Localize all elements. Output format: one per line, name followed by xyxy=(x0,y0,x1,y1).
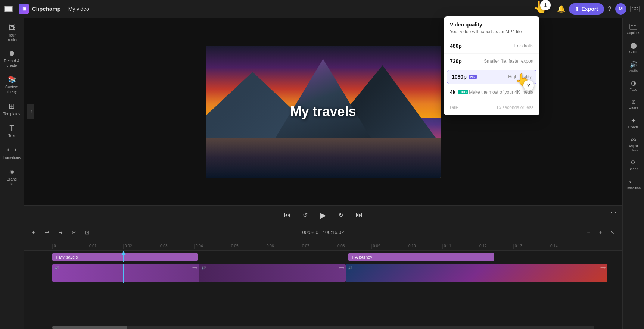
rs-item-effects[interactable]: ✦ Effects xyxy=(623,114,644,132)
quality-option-gif[interactable]: GIF 15 seconds or less xyxy=(444,100,539,115)
sidebar-item-templates[interactable]: ⊞ Templates xyxy=(1,98,22,119)
timeline-tool-cut[interactable]: ✂ xyxy=(69,227,79,238)
rs-item-captions[interactable]: CC Captions xyxy=(623,21,644,38)
zoom-fit-button[interactable]: ⤡ xyxy=(607,227,618,238)
video-title-input[interactable] xyxy=(65,4,137,13)
fast-forward-button[interactable]: ↻ xyxy=(335,209,347,221)
rs-item-audio[interactable]: 🔊 Audio xyxy=(623,58,644,76)
magic-icon[interactable]: 🔔 xyxy=(557,5,565,13)
fade-icon: ◑ xyxy=(631,79,636,87)
main-layout: 🖼 Your media ⏺ Record &create 📚 Contentl… xyxy=(0,18,644,329)
your-media-icon: 🖼 xyxy=(9,24,15,32)
video-canvas: My travels xyxy=(206,46,441,178)
timeline-tool-undo[interactable]: ↩ xyxy=(42,227,52,238)
sidebar-item-record-create[interactable]: ⏺ Record &create xyxy=(1,47,22,71)
captions-icon: CC xyxy=(629,24,638,30)
quality-desc-gif: 15 seconds or less xyxy=(496,105,533,110)
zoom-in-button[interactable]: + xyxy=(595,227,606,238)
rs-item-speed[interactable]: ⟳ Speed xyxy=(623,156,644,174)
play-button[interactable]: ▶ xyxy=(317,209,329,221)
cursor-hand-1: 👆 xyxy=(533,0,548,14)
total-time: 00:16.02 xyxy=(325,229,344,235)
rewind-button[interactable]: ↺ xyxy=(299,209,311,221)
timeline-tool-copy[interactable]: ⊡ xyxy=(82,227,93,238)
cc-icon[interactable]: CC xyxy=(630,6,640,12)
ruler-mark-12: 0:12 xyxy=(478,244,513,249)
skip-to-end-button[interactable]: ⏭ xyxy=(353,209,365,221)
quality-left-4k: 4k UHD xyxy=(450,89,468,95)
ruler-mark-2: 0:02 xyxy=(123,244,159,249)
your-media-label: Your media xyxy=(3,33,21,42)
menu-button[interactable] xyxy=(4,6,13,12)
timeline-tool-redo[interactable]: ↪ xyxy=(55,227,66,238)
timeline-toolbar: ✦ ↩ ↪ ✂ ⊡ 00:02.01 / 00:16.02 − + ⤡ xyxy=(24,225,622,239)
topbar: ▣ Clipchamp 🔔 ⬆ Export ? M CC Video qual… xyxy=(0,0,644,18)
quality-desc-1080p: High quality xyxy=(508,74,532,79)
timeline-tool-magnet[interactable]: ✦ xyxy=(28,227,39,238)
fullscreen-button[interactable]: ⛶ xyxy=(610,212,616,219)
timeline-ruler: 0 0:01 0:02 0:03 0:04 0:05 0:06 0:07 0:0… xyxy=(24,239,622,251)
media-clip-3[interactable]: 🔊 ⟷ xyxy=(346,264,607,282)
transition-label: Transition xyxy=(626,186,641,190)
quality-option-1080p[interactable]: 1080p HD High quality xyxy=(447,70,536,84)
filters-icon: ⧖ xyxy=(631,98,635,105)
dropdown-subtitle: Your video will export as an MP4 file xyxy=(450,29,533,34)
sidebar-item-content-library[interactable]: 📚 Contentlibrary xyxy=(1,72,22,97)
ruler-mark-4: 0:04 xyxy=(194,244,230,249)
fade-label: Fade xyxy=(629,88,637,92)
quality-option-4k[interactable]: 4k UHD Make the most of your 4K media xyxy=(444,85,539,100)
text-clip-my-travels[interactable]: T My travels xyxy=(52,253,198,261)
export-label: Export xyxy=(582,6,598,12)
media-track: 🔊 ⟷ 🔊 ⟷ 🔊 ⟷ xyxy=(24,264,622,283)
text-clip-a-journey[interactable]: T A journey xyxy=(348,253,494,261)
rs-item-color[interactable]: ⬤ Color xyxy=(623,39,644,57)
media-clip-1[interactable]: 🔊 ⟷ xyxy=(52,264,199,282)
skip-to-start-button[interactable]: ⏮ xyxy=(281,209,293,221)
dropdown-header: Video quality Your video will export as … xyxy=(444,16,539,38)
timeline-tracks: T My travels T A journey xyxy=(24,251,622,325)
sidebar-item-your-media[interactable]: 🖼 Your media xyxy=(1,21,22,45)
export-button[interactable]: ⬆ Export xyxy=(569,3,604,15)
quality-option-720p[interactable]: 720p Smaller file, faster export xyxy=(444,54,539,69)
media-track-content: 🔊 ⟷ 🔊 ⟷ 🔊 ⟷ xyxy=(52,264,622,283)
content-library-icon: 📚 xyxy=(8,75,16,84)
quality-left-gif: GIF xyxy=(450,104,458,110)
rs-item-adjust-colors[interactable]: ◎ Adjustcolors xyxy=(623,133,644,156)
dropdown-title: Video quality xyxy=(450,22,533,28)
topbar-right: 🔔 ⬆ Export ? M CC xyxy=(557,3,640,15)
zoom-out-button[interactable]: − xyxy=(584,227,594,238)
quality-left-1080p: 1080p HD xyxy=(452,74,477,80)
logo-icon: ▣ xyxy=(19,4,29,14)
vol-icon-2: 🔊 xyxy=(201,266,206,270)
ruler-mark-10: 0:10 xyxy=(407,244,442,249)
playback-controls: ⏮ ↺ ▶ ↻ ⏭ ⛶ xyxy=(24,205,622,225)
text-clip-label-2: A journey xyxy=(355,255,372,259)
brand-kit-icon: ◈ xyxy=(9,167,15,176)
quality-left-720p: 720p xyxy=(450,58,462,64)
rs-item-filters[interactable]: ⧖ Filters xyxy=(623,95,644,113)
quality-label-gif: GIF xyxy=(450,104,458,110)
captions-label: Captions xyxy=(627,31,640,35)
brand-kit-label: Brandkit xyxy=(7,177,17,186)
help-icon[interactable]: ? xyxy=(608,6,612,12)
quality-option-480p[interactable]: 480p For drafts xyxy=(444,38,539,54)
avatar[interactable]: M xyxy=(615,3,626,15)
audio-label: Audio xyxy=(629,69,638,73)
collapse-preview-button[interactable]: 〈 xyxy=(27,104,34,119)
text-label: Text xyxy=(8,134,15,138)
sidebar-item-transitions[interactable]: ⟷ Transitions xyxy=(1,143,22,163)
adjust-colors-icon: ◎ xyxy=(631,136,636,143)
rs-item-transition[interactable]: ⟵ Transition xyxy=(623,175,644,193)
text-clip-icon-1: T xyxy=(55,255,57,259)
rs-item-fade[interactable]: ◑ Fade xyxy=(623,76,644,95)
media-clip-2[interactable]: 🔊 ⟷ xyxy=(199,264,346,282)
sidebar-item-text[interactable]: T Text xyxy=(1,121,22,141)
ruler-marks: 0 0:01 0:02 0:03 0:04 0:05 0:06 0:07 0:0… xyxy=(52,244,584,249)
ruler-mark-13: 0:13 xyxy=(513,244,549,249)
vol-icon-1: 🔊 xyxy=(55,266,59,270)
app-logo[interactable]: ▣ Clipchamp xyxy=(19,4,61,14)
sidebar-item-brand-kit[interactable]: ◈ Brandkit xyxy=(1,164,22,189)
timeline-scrollbar-track[interactable] xyxy=(52,326,594,329)
water-reflection xyxy=(206,138,441,178)
timeline-scrollbar-thumb[interactable] xyxy=(52,326,127,329)
